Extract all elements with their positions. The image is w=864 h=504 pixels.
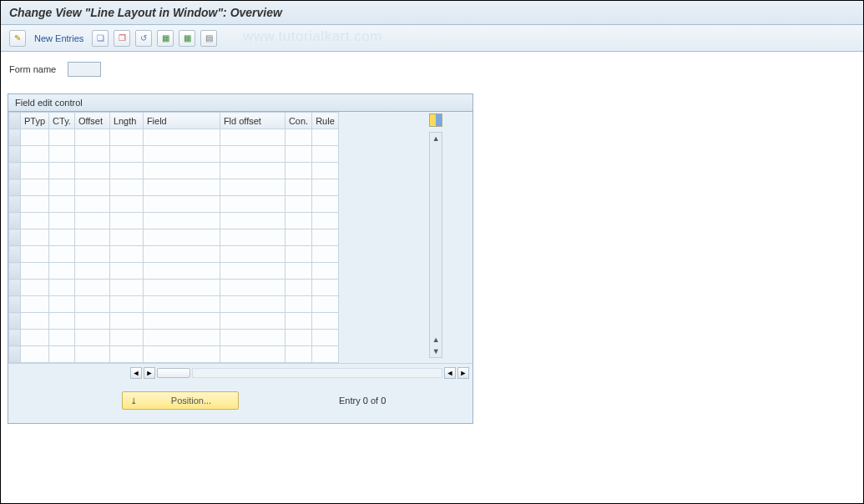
grid-table[interactable]: PTyp CTy. Offset Lngth Field Fld offset … [8, 112, 339, 363]
cell[interactable] [312, 280, 339, 296]
cell[interactable] [285, 280, 311, 296]
table-row[interactable] [9, 330, 339, 346]
table-row[interactable] [9, 313, 339, 330]
cell[interactable] [109, 263, 143, 280]
cell[interactable] [143, 146, 220, 163]
cell[interactable] [312, 296, 339, 313]
cell[interactable] [21, 163, 49, 179]
table-row[interactable] [9, 129, 339, 146]
cell[interactable] [49, 129, 75, 146]
table-row[interactable] [9, 196, 339, 213]
cell[interactable] [285, 313, 311, 330]
cell[interactable] [312, 330, 339, 346]
cell[interactable] [9, 313, 21, 330]
cell[interactable] [109, 179, 143, 196]
cell[interactable] [143, 163, 220, 179]
cell[interactable] [285, 146, 311, 163]
col-rule[interactable]: Rule [312, 113, 339, 129]
cell[interactable] [220, 346, 285, 363]
cell[interactable] [143, 213, 220, 229]
table-row[interactable] [9, 346, 339, 363]
cell[interactable] [285, 296, 311, 313]
form-name-input[interactable] [68, 62, 101, 77]
cell[interactable] [312, 263, 339, 280]
vertical-scrollbar[interactable]: ▲ ▲ ▼ [429, 132, 442, 358]
cell[interactable] [312, 313, 339, 330]
cell[interactable] [143, 330, 220, 346]
cell[interactable] [285, 163, 311, 179]
cell[interactable] [9, 129, 21, 146]
scroll-up-icon[interactable]: ▲ [430, 133, 442, 144]
cell[interactable] [285, 196, 311, 213]
cell[interactable] [220, 330, 285, 346]
position-button[interactable]: ⤓ Position... [122, 391, 239, 410]
cell[interactable] [285, 229, 311, 246]
cell[interactable] [109, 196, 143, 213]
cell[interactable] [143, 196, 220, 213]
cell[interactable] [9, 179, 21, 196]
cell[interactable] [143, 263, 220, 280]
cell[interactable] [74, 146, 109, 163]
scroll-down-dbl-icon[interactable]: ▲ [430, 334, 442, 345]
cell[interactable] [49, 213, 75, 229]
table-row[interactable] [9, 163, 339, 179]
cell[interactable] [21, 146, 49, 163]
cell[interactable] [49, 296, 75, 313]
horizontal-scrollbar[interactable]: ◄ ► ◄ ► [8, 363, 472, 381]
cell[interactable] [312, 229, 339, 246]
cell[interactable] [21, 296, 49, 313]
cell[interactable] [9, 296, 21, 313]
col-length[interactable]: Lngth [109, 113, 143, 129]
cell[interactable] [49, 313, 75, 330]
cell[interactable] [21, 246, 49, 263]
scroll-left2-icon[interactable]: ◄ [444, 367, 456, 379]
cell[interactable] [9, 330, 21, 346]
cell[interactable] [220, 213, 285, 229]
table-row[interactable] [9, 213, 339, 229]
col-ptyp[interactable]: PTyp [21, 113, 49, 129]
cell[interactable] [143, 313, 220, 330]
cell[interactable] [21, 129, 49, 146]
cell[interactable] [21, 280, 49, 296]
cell[interactable] [21, 313, 49, 330]
cell[interactable] [21, 179, 49, 196]
table-row[interactable] [9, 146, 339, 163]
cell[interactable] [21, 263, 49, 280]
cell[interactable] [312, 346, 339, 363]
cell[interactable] [21, 330, 49, 346]
copy-as-icon[interactable] [114, 30, 130, 47]
cell[interactable] [285, 246, 311, 263]
cell[interactable] [109, 346, 143, 363]
cell[interactable] [312, 179, 339, 196]
cell[interactable] [9, 213, 21, 229]
cell[interactable] [220, 229, 285, 246]
cell[interactable] [312, 129, 339, 146]
cell[interactable] [74, 196, 109, 213]
cell[interactable] [9, 146, 21, 163]
cell[interactable] [143, 296, 220, 313]
col-fld-offset[interactable]: Fld offset [220, 113, 285, 129]
cell[interactable] [49, 179, 75, 196]
table-row[interactable] [9, 280, 339, 296]
scroll-left-icon[interactable]: ◄ [130, 367, 142, 379]
cell[interactable] [49, 330, 75, 346]
cell[interactable] [220, 129, 285, 146]
cell[interactable] [74, 213, 109, 229]
cell[interactable] [109, 330, 143, 346]
cell[interactable] [74, 330, 109, 346]
cell[interactable] [220, 263, 285, 280]
scroll-down-icon[interactable]: ▼ [430, 345, 442, 357]
cell[interactable] [49, 229, 75, 246]
cell[interactable] [143, 346, 220, 363]
edit-icon[interactable] [9, 30, 26, 47]
cell[interactable] [285, 346, 311, 363]
cell[interactable] [9, 263, 21, 280]
cell[interactable] [143, 229, 220, 246]
cell[interactable] [109, 246, 143, 263]
cell[interactable] [285, 330, 311, 346]
cell[interactable] [74, 263, 109, 280]
cell[interactable] [74, 246, 109, 263]
cell[interactable] [109, 146, 143, 163]
cell[interactable] [74, 313, 109, 330]
cell[interactable] [220, 246, 285, 263]
